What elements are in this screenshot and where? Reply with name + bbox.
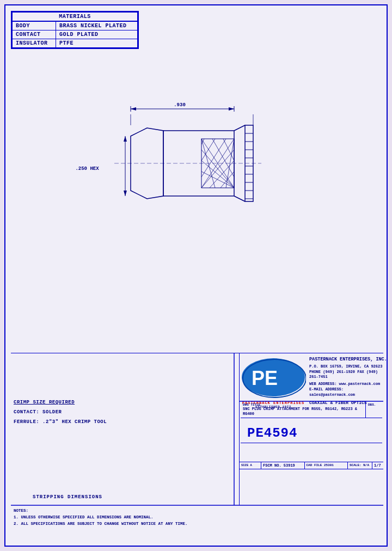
notes-line2: 2. ALL SPECIFICATIONS ARE SUBJECT TO CHA… [14,521,188,527]
svg-line-16 [201,172,234,188]
company-name: PASTERNACK ENTERPRISES, INC. [309,357,389,363]
crimp-title: CRIMP SIZE REQUIRED [14,397,231,407]
svg-line-28 [234,125,245,131]
company-phone: PHONE (949) 261-1920 FAX (949) 261-7451 [309,370,389,381]
stripping-label: STRIPPING DIMENSIONS [33,494,102,500]
materials-header: MATERIALS [13,13,138,22]
insulator-label: INSULATOR [13,39,56,48]
part-number: PE4594 [243,425,380,442]
size-label: SIZE A [241,463,259,467]
sheet-number: 1/7 [374,463,382,468]
svg-line-29 [234,196,245,201]
crimp-contact: CONTACT: SOLDER [14,407,231,417]
notes-title: NOTES: [14,507,188,514]
svg-marker-7 [124,136,127,142]
contact-value: GOLD PLATED [56,30,138,39]
drawing-sheet: MATERIALS BODY BRASS NICKEL PLATED CONTA… [4,4,388,547]
svg-text:.250 HEX: .250 HEX [75,166,99,172]
svg-marker-8 [124,191,127,196]
materials-table: MATERIALS BODY BRASS NICKEL PLATED CONTA… [11,11,139,49]
company-info-block: PASTERNACK ENTERPRISES, INC. P.O. BOX 16… [309,357,389,406]
dbs-label: DBS. [368,403,380,407]
svg-marker-3 [131,107,136,111]
company-web: WEB ADDRESS: www.pasternack.com [309,382,389,387]
svg-line-15 [201,161,234,188]
body-value: BRASS NICKEL PLATED [56,21,138,30]
drawing-description: SNC PLUG CRIMP ATTACHMENT FOR RG55, RG14… [243,407,363,417]
crimp-ferrule: FERRULE: .2"3" HEX CRIMP TOOL [14,417,231,427]
svg-text:.930: .930 [174,102,186,108]
notes-block: NOTES: 1. UNLESS OTHERWISE SPECIFIED ALL… [14,507,188,527]
cad-file: CAD FILE 25301 [307,463,346,467]
scale-label: SCALE: N/A [350,463,370,467]
fscm-label: FSCM NO. 53919 [263,463,303,468]
insulator-value: PTFE [56,39,138,48]
contact-label: CONTACT [13,30,56,39]
notes-line1: 1. UNLESS OTHERWISE SPECIFIED ALL DIMENS… [14,514,188,521]
company-address: P.O. BOX 16759, IRVINE, CA 92623 [309,364,389,370]
stripping-area: .375 .275 .100 [11,353,240,505]
svg-marker-4 [229,107,234,111]
body-label: BODY [13,21,56,30]
dwg-title-label: DWG TITLE [243,403,363,407]
crimp-info-block: CRIMP SIZE REQUIRED CONTACT: SOLDER FERR… [14,397,231,427]
company-logo-area: PE PASTERNACK ENTERPRISES ESTABLISHED 19… [241,357,306,400]
main-technical-drawing: .930 .250 HEX [60,71,332,278]
svg-text:PE: PE [252,367,278,389]
company-email: E-MAIL ADDRESS: sales@pasternack.com [309,387,389,398]
